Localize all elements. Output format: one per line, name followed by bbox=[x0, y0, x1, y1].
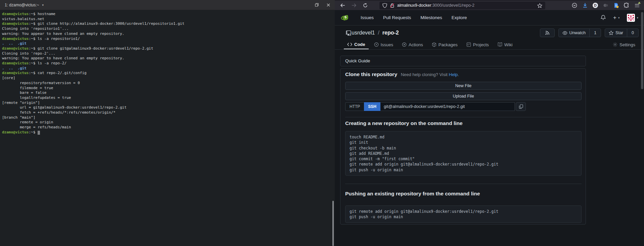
repo-content: Quick Guide Clone this repository Need h… bbox=[335, 50, 644, 246]
terminal-scrollbar-thumb[interactable] bbox=[332, 201, 334, 246]
upload-file-button[interactable]: Upload File bbox=[345, 92, 582, 100]
close-window-icon[interactable] bbox=[327, 3, 330, 7]
menu-hamburger-icon[interactable] bbox=[634, 2, 640, 8]
star-button[interactable]: Star 0 bbox=[605, 28, 639, 37]
divider bbox=[345, 117, 582, 117]
nav-item-pull-requests[interactable]: Pull Requests bbox=[383, 15, 411, 20]
copy-url-button[interactable] bbox=[516, 102, 526, 111]
tab-packages[interactable]: Packages bbox=[428, 40, 461, 49]
package-icon bbox=[432, 42, 436, 47]
clone-ssh-button[interactable]: SSH bbox=[364, 102, 380, 111]
chevron-down-icon: ▾ bbox=[618, 16, 620, 19]
gitea-logo[interactable] bbox=[340, 13, 351, 23]
account-profile-icon[interactable] bbox=[603, 2, 609, 8]
book-icon bbox=[498, 42, 502, 47]
back-icon[interactable] bbox=[339, 2, 346, 8]
gear-icon bbox=[613, 42, 617, 47]
bookmark-star-icon[interactable] bbox=[537, 3, 542, 8]
update-badge bbox=[638, 2, 641, 4]
clone-http-button[interactable]: HTTP bbox=[345, 102, 364, 111]
browser-window: almalinux9-docker:3000/usrdevel1/repo-2 … bbox=[335, 0, 644, 246]
tab-code[interactable]: Code bbox=[344, 40, 369, 49]
extensions-puzzle-icon[interactable] bbox=[624, 2, 630, 8]
code-block-create: touch README.md git init git checkout -b… bbox=[345, 131, 582, 176]
quick-guide-panel: Quick Guide bbox=[340, 56, 586, 66]
downloads-icon[interactable] bbox=[582, 2, 588, 8]
copy-icon bbox=[519, 104, 523, 109]
tab-issues[interactable]: Issues bbox=[371, 40, 397, 49]
url-bar[interactable]: almalinux9-docker:3000/usrdevel1/repo-2 bbox=[379, 2, 545, 9]
tab-projects[interactable]: Projects bbox=[463, 40, 492, 49]
repo-name-link[interactable]: repo-2 bbox=[382, 30, 399, 36]
star-icon bbox=[609, 30, 613, 35]
create-new-button[interactable]: + ▾ bbox=[613, 15, 619, 20]
url-host: almalinux9-docker bbox=[397, 3, 431, 8]
empty-repo-guide-panel: Clone this repository Need help cloning?… bbox=[340, 68, 586, 225]
code-icon bbox=[347, 43, 352, 46]
reader-document-icon[interactable] bbox=[613, 2, 619, 8]
user-menu[interactable]: ▾ bbox=[627, 14, 638, 22]
nav-item-explore[interactable]: Explore bbox=[452, 15, 467, 20]
clone-url-row: HTTP SSH bbox=[345, 102, 526, 111]
clone-heading: Clone this repository Need help cloning?… bbox=[345, 71, 459, 77]
notifications-bell-icon[interactable] bbox=[601, 15, 606, 20]
new-file-button[interactable]: New File bbox=[345, 82, 582, 90]
terminal-titlebar[interactable]: 1: dzamo@victus:~ ▾ bbox=[0, 0, 335, 10]
section-heading-create: Creating a new repository on the command… bbox=[345, 120, 463, 126]
repo-header: usrdevel1 / repo-2 Unwatch 1 bbox=[335, 25, 644, 40]
restore-window-icon[interactable] bbox=[315, 3, 319, 7]
repo-owner-link[interactable]: usrdevel1 bbox=[352, 30, 375, 36]
shield-icon[interactable] bbox=[382, 3, 387, 8]
clone-url-input[interactable] bbox=[380, 102, 515, 111]
unwatch-button[interactable]: Unwatch 1 bbox=[558, 28, 601, 37]
url-text[interactable]: almalinux9-docker:3000/usrdevel1/repo-2 bbox=[397, 3, 535, 8]
gitea-navbar: Issues Pull Requests Milestones Explore … bbox=[335, 10, 644, 25]
browser-scrollbar-thumb[interactable] bbox=[641, 12, 643, 89]
tab-settings[interactable]: Settings bbox=[609, 40, 639, 49]
repo-icon bbox=[346, 30, 352, 36]
watch-count[interactable]: 1 bbox=[589, 29, 601, 37]
darkreader-icon[interactable]: D bbox=[592, 2, 598, 8]
rss-feed-button[interactable] bbox=[540, 28, 555, 37]
chevron-down-icon[interactable]: ▾ bbox=[42, 3, 44, 7]
code-block-push: git remote add origin git@almalinux9-doc… bbox=[345, 205, 582, 223]
issue-icon bbox=[374, 42, 379, 47]
browser-toolbar: almalinux9-docker:3000/usrdevel1/repo-2 … bbox=[335, 0, 644, 10]
star-count[interactable]: 0 bbox=[627, 29, 638, 37]
nav-item-milestones[interactable]: Milestones bbox=[420, 15, 442, 20]
divider bbox=[345, 184, 582, 184]
insecure-lock-icon[interactable] bbox=[390, 3, 395, 8]
desktop: 1: dzamo@victus:~ ▾ dzamo@victus:~$ host… bbox=[0, 0, 644, 246]
forward-icon[interactable] bbox=[351, 2, 357, 8]
terminal-title: 1: dzamo@victus:~ bbox=[5, 3, 39, 7]
tab-wiki[interactable]: Wiki bbox=[494, 40, 516, 49]
nav-item-issues[interactable]: Issues bbox=[361, 15, 374, 20]
terminal-window: 1: dzamo@victus:~ ▾ dzamo@victus:~$ host… bbox=[0, 0, 335, 246]
chevron-down-icon: ▾ bbox=[637, 16, 638, 19]
play-circle-icon bbox=[402, 42, 407, 47]
terminal-output[interactable]: dzamo@victus:~$ hostnamevictus.balaitus.… bbox=[0, 10, 335, 246]
reload-icon[interactable] bbox=[362, 2, 368, 8]
project-board-icon bbox=[466, 42, 471, 47]
pocket-icon[interactable] bbox=[571, 2, 578, 8]
gitea-page: Issues Pull Requests Milestones Explore … bbox=[335, 10, 644, 246]
repo-tabs: Code Issues Actions Packages Projects bbox=[335, 40, 644, 50]
plus-icon: + bbox=[613, 15, 616, 20]
url-path: :3000/usrdevel1/repo-2 bbox=[431, 3, 474, 8]
section-heading-push: Pushing an existing repository from the … bbox=[345, 191, 480, 197]
help-link[interactable]: Help bbox=[449, 72, 458, 77]
tab-actions[interactable]: Actions bbox=[399, 40, 426, 49]
eye-icon bbox=[562, 31, 567, 35]
avatar bbox=[627, 14, 635, 22]
repo-title: usrdevel1 / repo-2 bbox=[352, 30, 399, 36]
